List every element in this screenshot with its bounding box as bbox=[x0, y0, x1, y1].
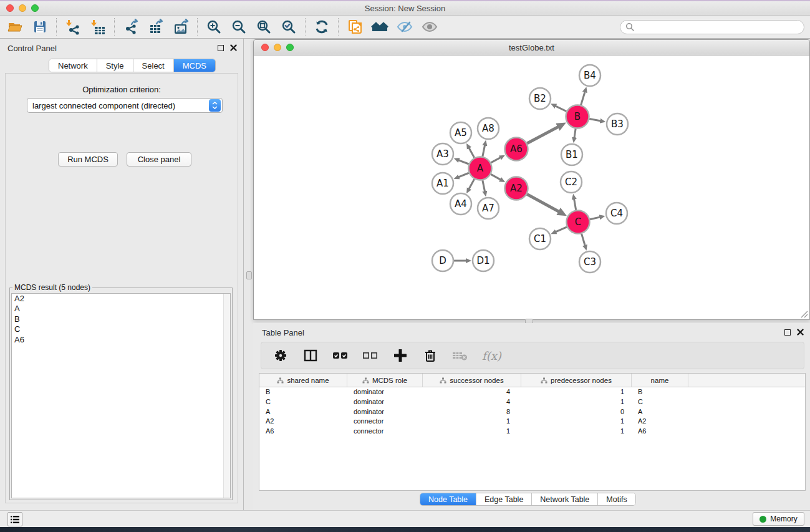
open-session-icon[interactable] bbox=[2, 17, 27, 36]
vertical-splitter-grip[interactable] bbox=[246, 271, 252, 279]
graph-node-B1[interactable]: B1 bbox=[561, 144, 582, 165]
graph-node-B4[interactable]: B4 bbox=[579, 65, 600, 86]
graph-node-A3[interactable]: A3 bbox=[432, 143, 453, 165]
column-header-predecessor-nodes[interactable]: predecessor nodes bbox=[521, 374, 632, 387]
zoom-selected-icon[interactable] bbox=[276, 17, 301, 36]
import-table-icon[interactable] bbox=[85, 17, 110, 36]
graph-edge-C-C1[interactable] bbox=[555, 227, 567, 232]
mcds-result-item[interactable]: A2 bbox=[12, 294, 230, 304]
graph-edge-A-A8[interactable] bbox=[483, 145, 485, 157]
table-row[interactable]: Adominator80A bbox=[259, 407, 805, 417]
graph-node-A8[interactable]: A8 bbox=[478, 118, 499, 139]
graph-edge-B-B4[interactable] bbox=[581, 92, 586, 105]
result-list-scrollbar[interactable] bbox=[223, 294, 230, 498]
table-row[interactable]: Bdominator41B bbox=[259, 387, 805, 397]
optimization-criterion-select[interactable]: largest connected component (directed) bbox=[27, 98, 223, 113]
tab-select[interactable]: Select bbox=[133, 59, 174, 72]
graph-edge-C-C2[interactable] bbox=[574, 198, 576, 210]
tab-motifs[interactable]: Motifs bbox=[598, 493, 635, 505]
mcds-result-item[interactable]: B bbox=[12, 314, 230, 324]
hide-graphics-details-icon[interactable] bbox=[392, 17, 417, 36]
graph-edge-A2-C[interactable] bbox=[527, 194, 560, 212]
add-row-icon[interactable] bbox=[392, 347, 408, 364]
tab-style[interactable]: Style bbox=[97, 59, 133, 72]
graph-edge-A-A7[interactable] bbox=[483, 180, 485, 192]
graph-edge-C-C3[interactable] bbox=[582, 234, 586, 246]
export-network-icon[interactable] bbox=[118, 17, 143, 36]
resize-grip-icon[interactable] bbox=[799, 309, 808, 318]
graph-edge-A-A5[interactable] bbox=[469, 147, 475, 157]
table-row[interactable]: A6connector11A6 bbox=[259, 427, 805, 437]
graph-edge-A6-B[interactable] bbox=[527, 127, 559, 143]
graph-edge-C-C4[interactable] bbox=[590, 217, 600, 220]
table-row[interactable]: A2connector11A2 bbox=[259, 417, 805, 427]
delete-row-icon[interactable] bbox=[422, 347, 438, 364]
show-graphics-details-icon[interactable] bbox=[417, 17, 442, 36]
table-cell: dominator bbox=[347, 387, 423, 397]
mcds-result-item[interactable]: C bbox=[12, 324, 230, 334]
delete-table-icon[interactable] bbox=[452, 347, 468, 364]
tab-mcds[interactable]: MCDS bbox=[174, 59, 215, 72]
graph-node-D1[interactable]: D1 bbox=[473, 250, 494, 271]
column-header-mcds-role[interactable]: MCDS role bbox=[347, 374, 423, 387]
column-header-name[interactable]: name bbox=[632, 374, 688, 387]
show-columns-icon[interactable] bbox=[302, 347, 319, 364]
graph-edge-B-B3[interactable] bbox=[589, 119, 601, 121]
export-image-icon[interactable] bbox=[168, 17, 193, 36]
zoom-fit-icon[interactable] bbox=[251, 17, 276, 36]
tab-node-table[interactable]: Node Table bbox=[420, 493, 476, 505]
run-mcds-button[interactable]: Run MCDS bbox=[58, 152, 118, 167]
close-panel-button[interactable]: Close panel bbox=[127, 152, 191, 167]
mcds-result-item[interactable]: A bbox=[12, 304, 230, 314]
graph-node-D[interactable]: D bbox=[432, 250, 453, 271]
task-history-button[interactable] bbox=[7, 512, 22, 526]
zoom-in-icon[interactable] bbox=[201, 17, 226, 36]
graph-node-C2[interactable]: C2 bbox=[561, 172, 582, 193]
column-header-successor-nodes[interactable]: successor nodes bbox=[423, 374, 521, 387]
graph-node-A7[interactable]: A7 bbox=[478, 198, 499, 219]
export-table-icon[interactable] bbox=[143, 17, 168, 36]
graph-edge-B-B1[interactable] bbox=[574, 128, 576, 138]
float-table-panel-icon[interactable] bbox=[784, 329, 791, 336]
graph-node-B[interactable]: B bbox=[566, 105, 589, 128]
memory-button[interactable]: Memory bbox=[753, 512, 804, 526]
graph-node-A[interactable]: A bbox=[469, 157, 492, 180]
graph-edge-A-A3[interactable] bbox=[458, 160, 469, 164]
close-panel-icon[interactable] bbox=[230, 44, 237, 51]
float-panel-icon[interactable] bbox=[218, 45, 224, 51]
graph-node-C4[interactable]: C4 bbox=[606, 203, 627, 224]
graph-node-B3[interactable]: B3 bbox=[607, 114, 628, 135]
home-layout-icon[interactable] bbox=[367, 17, 392, 36]
tab-network-table[interactable]: Network Table bbox=[532, 493, 598, 505]
graph-node-C3[interactable]: C3 bbox=[579, 251, 600, 273]
graph-edge-A-A6[interactable] bbox=[491, 157, 501, 163]
graph-node-C[interactable]: C bbox=[567, 211, 590, 234]
graph-node-A2[interactable]: A2 bbox=[505, 177, 528, 200]
import-network-icon[interactable] bbox=[60, 17, 85, 36]
graph-node-C1[interactable]: C1 bbox=[529, 228, 551, 249]
graph-node-A4[interactable]: A4 bbox=[450, 193, 471, 215]
clear-all-checkboxes-icon[interactable] bbox=[362, 347, 378, 364]
table-row[interactable]: Cdominator41C bbox=[259, 397, 805, 407]
duplicate-network-icon[interactable] bbox=[342, 17, 367, 36]
zoom-out-icon[interactable] bbox=[226, 17, 251, 36]
search-input[interactable] bbox=[634, 21, 799, 32]
save-session-icon[interactable] bbox=[27, 17, 52, 36]
graph-edge-A-A1[interactable] bbox=[458, 173, 469, 177]
close-table-panel-icon[interactable] bbox=[797, 329, 804, 336]
graph-edge-A-A2[interactable] bbox=[491, 174, 501, 180]
graph-node-A6[interactable]: A6 bbox=[505, 138, 528, 161]
tab-edge-table[interactable]: Edge Table bbox=[476, 493, 532, 505]
tab-network[interactable]: Network bbox=[49, 59, 97, 72]
refresh-view-icon[interactable] bbox=[309, 17, 334, 36]
table-settings-icon[interactable] bbox=[272, 347, 289, 364]
graph-edge-A-A4[interactable] bbox=[469, 179, 475, 189]
graph-edge-B-B2[interactable] bbox=[555, 106, 566, 112]
select-all-checkboxes-icon[interactable] bbox=[332, 347, 349, 364]
mcds-result-item[interactable]: A6 bbox=[12, 335, 230, 345]
column-header-shared-name[interactable]: shared name bbox=[259, 374, 347, 387]
graph-node-A5[interactable]: A5 bbox=[450, 122, 471, 143]
graph-node-A1[interactable]: A1 bbox=[432, 173, 453, 194]
graph-node-B2[interactable]: B2 bbox=[529, 88, 551, 109]
network-canvas[interactable]: B4B2BB3A5A8A6B1A3AC2A1A2A4A7C4CC1C3DD1 bbox=[254, 56, 809, 319]
